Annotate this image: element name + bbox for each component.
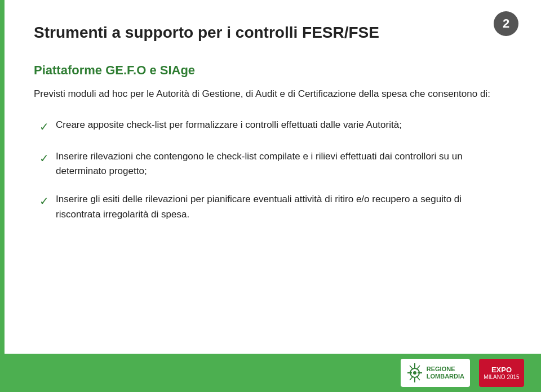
slide-footer: Regione Lombardia EXPO MILANO 2015 <box>0 354 541 392</box>
bullet-text: Creare apposite check-list per formalizz… <box>56 118 507 132</box>
regione-icon <box>406 362 423 384</box>
bullet-list: ✓ Creare apposite check-list per formali… <box>39 118 507 222</box>
checkmark-icon: ✓ <box>39 150 49 167</box>
svg-line-7 <box>416 376 420 380</box>
bullet-text: Inserire rilevazioni che contengono le c… <box>56 149 507 179</box>
svg-line-9 <box>410 376 413 380</box>
expo-year: MILANO 2015 <box>484 374 519 380</box>
regione-lombardia-text: Regione Lombardia <box>427 366 464 380</box>
regione-lombardia-logo: Regione Lombardia <box>401 359 470 387</box>
slide-container: 2 Strumenti a supporto per i controlli F… <box>0 0 541 392</box>
checkmark-icon: ✓ <box>39 193 49 210</box>
svg-point-1 <box>413 371 416 375</box>
svg-line-6 <box>410 366 413 369</box>
checkmark-icon: ✓ <box>39 118 49 136</box>
bullet-text: Inserire gli esiti delle rilevazioni per… <box>56 192 507 222</box>
intro-text: Previsti moduli ad hoc per le Autorità d… <box>34 87 507 101</box>
list-item: ✓ Creare apposite check-list per formali… <box>39 118 507 136</box>
section-heading: Piattaforme GE.F.O e SIAge <box>34 63 507 78</box>
svg-line-8 <box>416 366 420 369</box>
slide-title: Strumenti a supporto per i controlli FES… <box>34 23 507 43</box>
expo-logo: EXPO MILANO 2015 <box>479 359 524 387</box>
expo-text: EXPO <box>484 366 519 375</box>
list-item: ✓ Inserire gli esiti delle rilevazioni p… <box>39 192 507 222</box>
slide-number: 2 <box>494 11 518 36</box>
list-item: ✓ Inserire rilevazioni che contengono le… <box>39 149 507 179</box>
